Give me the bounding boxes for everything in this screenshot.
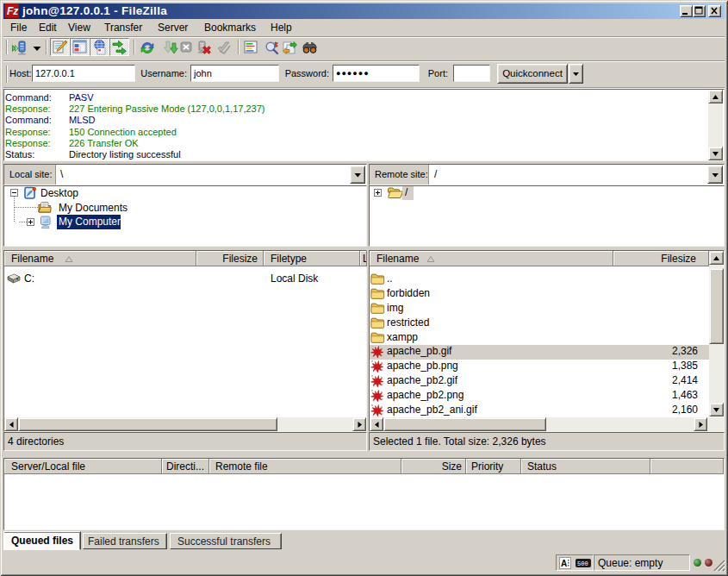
svg-text:Fz: Fz xyxy=(7,5,18,17)
svg-text:500: 500 xyxy=(577,560,588,567)
svg-text:A: A xyxy=(561,559,567,568)
